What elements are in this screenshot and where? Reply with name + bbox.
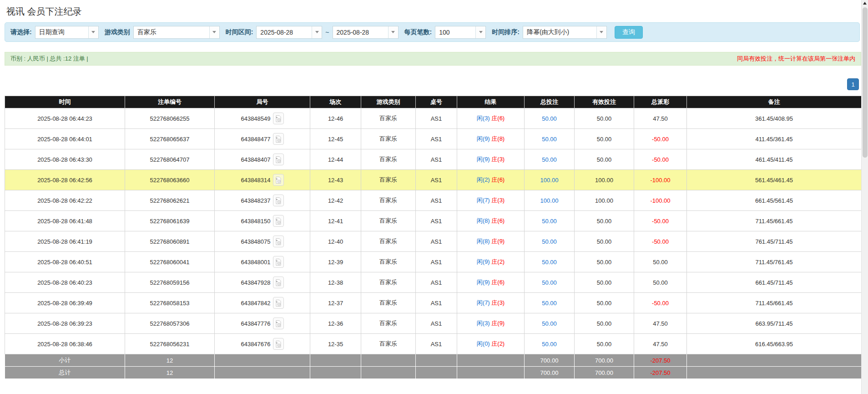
date-range-separator: ~: [325, 29, 329, 36]
search-button[interactable]: 查询: [615, 26, 643, 39]
table-no-cell: AS1: [416, 272, 457, 293]
total-bet-link[interactable]: 50.00: [542, 136, 557, 143]
total-bet-cell: 50.00: [525, 231, 575, 252]
total-bet-link[interactable]: 50.00: [542, 238, 557, 245]
total-bet-cell: 50.00: [525, 313, 575, 334]
column-header-bet-id: 注单编号: [125, 96, 215, 108]
up-arrow-icon[interactable]: [862, 0, 868, 6]
video-replay-button[interactable]: [273, 256, 284, 268]
valid-bet-cell: 50.00: [575, 313, 634, 334]
film-icon: [275, 176, 282, 184]
date-from-select[interactable]: 2025-08-28: [256, 26, 322, 39]
video-replay-button[interactable]: [273, 194, 284, 206]
result-text: 闲(3) 庄(6): [477, 115, 505, 122]
page-size-select[interactable]: 100: [435, 26, 486, 39]
payout-cell: -50.00: [634, 293, 687, 313]
video-replay-button[interactable]: [273, 338, 284, 350]
bet-id-cell: 522768066255: [125, 108, 215, 129]
round-id: 643848314: [241, 177, 270, 184]
remark-cell: 663.95/711.45: [687, 313, 862, 334]
total-bet-link[interactable]: 50.00: [542, 341, 557, 348]
banker-result: 庄(2): [491, 258, 505, 265]
valid-bet-cell: 50.00: [575, 293, 634, 313]
game-type-select[interactable]: 百家乐: [133, 26, 220, 39]
total-bet-link[interactable]: 50.00: [542, 218, 557, 225]
total-bet-link[interactable]: 50.00: [542, 320, 557, 327]
video-replay-button[interactable]: [273, 235, 284, 247]
total-bet-cell: 50.00: [525, 108, 575, 129]
valid-bet-cell: 50.00: [575, 108, 634, 129]
subtotal-row-payout: -207.50: [634, 354, 687, 367]
time-cell: 2025-08-28 06:41:19: [5, 231, 125, 252]
payout-cell: 47.50: [634, 108, 687, 129]
remark-cell: 711.45/661.45: [687, 211, 862, 231]
total-bet-link[interactable]: 100.00: [540, 197, 559, 204]
bet-id-cell: 522768060041: [125, 252, 215, 272]
table-no-cell: AS1: [416, 252, 457, 272]
player-result: 闲(9): [477, 258, 490, 265]
video-replay-button[interactable]: [273, 215, 284, 227]
total-row-total-bet: 700.00: [525, 367, 575, 379]
total-bet-link[interactable]: 50.00: [542, 300, 557, 307]
payout-cell: 50.00: [634, 252, 687, 272]
video-replay-button[interactable]: [273, 276, 284, 288]
currency-total-text: 币别 : 人民币 | 总共 :12 注单 |: [10, 55, 88, 63]
chevron-down-icon[interactable]: [596, 26, 606, 38]
subtotal-row-count: 12: [125, 354, 215, 367]
video-replay-button[interactable]: [273, 317, 284, 329]
total-row: 总计12700.00700.00-207.50: [5, 367, 862, 379]
round-id: 643848075: [241, 238, 270, 245]
page-size-value: 100: [435, 26, 475, 38]
film-icon: [275, 156, 282, 164]
video-replay-button[interactable]: [273, 113, 284, 124]
scrollbar-thumb[interactable]: [863, 7, 868, 158]
player-result: 闲(7): [477, 299, 490, 306]
video-replay-button[interactable]: [273, 174, 284, 186]
subtotal-row-result-empty: [457, 354, 525, 367]
video-replay-button[interactable]: [273, 297, 284, 309]
page-1-button[interactable]: 1: [847, 78, 859, 90]
chevron-down-icon[interactable]: [209, 26, 219, 38]
total-bet-link[interactable]: 50.00: [542, 156, 557, 163]
total-row-remark-empty: [687, 367, 862, 379]
date-from-value: 2025-08-28: [257, 26, 312, 38]
result-cell: 闲(3) 庄(9): [457, 313, 525, 334]
vertical-scrollbar[interactable]: [861, 0, 868, 394]
chevron-down-icon[interactable]: [388, 26, 398, 38]
banker-result: 庄(6): [491, 279, 505, 286]
column-header-remark: 备注: [687, 96, 862, 108]
video-replay-button[interactable]: [273, 154, 284, 165]
result-cell: 闲(9) 庄(3): [457, 149, 525, 170]
film-icon: [275, 258, 282, 266]
round-id: 643848477: [241, 136, 270, 143]
table-no-cell: AS1: [416, 334, 457, 354]
total-bet-link[interactable]: 50.00: [542, 279, 557, 286]
total-bet-link[interactable]: 50.00: [542, 115, 557, 122]
time-cell: 2025-08-28 06:41:48: [5, 211, 125, 231]
total-bet-link[interactable]: 100.00: [540, 177, 559, 184]
column-header-session: 场次: [310, 96, 361, 108]
query-type-select[interactable]: 日期查询: [35, 26, 99, 39]
column-header-result: 结果: [457, 96, 525, 108]
chevron-down-icon[interactable]: [475, 26, 485, 38]
filter-bar: 请选择: 日期查询 游戏类别 百家乐 时间区间: 2025-08-28 ~ 20…: [5, 22, 860, 42]
chevron-down-icon[interactable]: [312, 26, 322, 38]
total-bet-link[interactable]: 50.00: [542, 259, 557, 266]
video-replay-button[interactable]: [273, 133, 284, 145]
banker-result: 庄(3): [491, 299, 505, 306]
total-row-count: 12: [125, 367, 215, 379]
game-type-cell: 百家乐: [361, 231, 416, 252]
betting-records-page: 视讯 会员下注纪录 请选择: 日期查询 游戏类别 百家乐 时间区间: 2025-…: [0, 5, 861, 379]
bet-id-cell: 522768061639: [125, 211, 215, 231]
total-row-valid-bet: 700.00: [575, 367, 634, 379]
round-cell: 643848477: [215, 129, 310, 149]
chevron-down-icon[interactable]: [88, 26, 98, 38]
time-sort-select[interactable]: 降幂(由大到小): [523, 26, 607, 39]
game-type-cell: 百家乐: [361, 293, 416, 313]
game-type-cell: 百家乐: [361, 190, 416, 211]
total-bet-cell: 50.00: [525, 334, 575, 354]
column-header-time: 时间: [5, 96, 125, 108]
bet-id-cell: 522768058153: [125, 293, 215, 313]
date-to-select[interactable]: 2025-08-28: [333, 26, 399, 39]
time-sort-label: 时间排序:: [492, 28, 520, 36]
